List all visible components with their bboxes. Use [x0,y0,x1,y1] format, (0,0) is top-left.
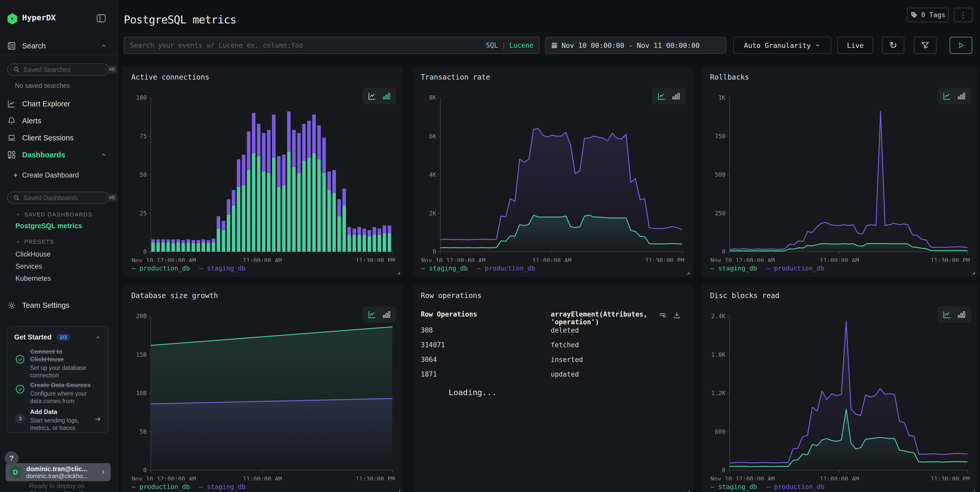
svg-text:Nov 10 12:00:00 AM: Nov 10 12:00:00 AM [421,257,485,262]
dashboard-menu-button[interactable]: ⋮ [954,8,972,22]
lucene-toggle[interactable]: Lucene [509,42,533,49]
download-icon[interactable] [673,311,681,319]
chevron-down-icon [16,212,21,217]
query-language-switch: SQL | Lucene [486,42,533,49]
saved-dashboards-section-header[interactable]: SAVED DASHBOARDS [16,211,92,218]
chart-canvas[interactable]: 02K4K6K8KNov 10 12:00:00 AM11:00:00 AM11… [420,92,685,262]
tag-icon [910,11,918,19]
user-email: dominic.tran@clickho... [26,473,100,480]
column-separator-icon[interactable]: ⋮ [544,311,550,319]
sidebar-item-label: Dashboards [22,151,65,159]
sidebar-item-dashboards[interactable]: Dashboards [0,147,117,163]
sidebar-preset-kubernetes[interactable]: Kubernetes [16,275,51,283]
help-button[interactable]: ? [5,451,19,465]
chart-canvas[interactable]: 0255075100Nov 10 12:00:00 AM11:00:00 AM1… [131,92,395,262]
presets-section-header[interactable]: PRESETS [16,238,54,245]
legend-item[interactable]: — production_db [477,265,535,272]
date-range-picker[interactable]: Nov 10 00:00:00 - Nov 11 00:00:00 [545,37,726,54]
panel-active-connections: Active connections — production_db— stag… [123,66,403,277]
line-chart-toggle-icon[interactable] [657,92,666,101]
svg-text:0: 0 [722,467,725,473]
sidebar-preset-services[interactable]: Services [16,262,42,270]
legend-item[interactable]: — staging_db [711,483,757,490]
bell-icon [7,117,16,125]
saved-dashboards-search[interactable]: ⌘K [7,192,110,204]
svg-text:2.4K: 2.4K [711,313,726,319]
run-query-button[interactable] [950,37,972,54]
chart-canvas[interactable]: 05B10B15B20BNov 10 12:00:00 AM11:00:00 A… [131,310,395,481]
saved-searches-search[interactable]: ⌘K [7,63,110,76]
bar-chart-toggle-icon[interactable] [382,310,391,319]
saved-searches-input[interactable] [24,66,106,73]
sidebar-item-client-sessions[interactable]: Client Sessions [0,130,117,145]
panel-resize-handle[interactable] [395,488,401,492]
legend-item[interactable]: — production_db [767,265,824,272]
line-chart-toggle-icon[interactable] [368,92,377,101]
legend-item[interactable]: — staging_db [199,265,246,272]
table-row[interactable]: 308deleted [421,323,684,337]
panel-resize-handle[interactable] [970,269,975,275]
legend-item[interactable]: — staging_db [421,265,468,272]
chart-type-toggle [362,88,396,104]
legend-item[interactable]: — production_db [132,483,190,490]
bar-chart-toggle-icon[interactable] [672,92,681,101]
bar-chart-toggle-icon[interactable] [382,92,391,101]
legend-item[interactable]: — staging_db [711,265,757,272]
sidebar-collapse-icon[interactable] [96,13,107,24]
get-started-header[interactable]: Get Started 2/3 [14,333,70,341]
line-chart-toggle-icon[interactable] [368,310,377,319]
table-row[interactable]: 3064inserted [421,352,684,367]
event-search-input[interactable] [130,42,486,49]
line-chart-icon [7,99,16,108]
create-dashboard-button[interactable]: + Create Dashboard [0,168,117,182]
user-account-chip[interactable]: D dominic.tran@clic... dominic.tran@clic… [6,463,111,481]
table-row[interactable]: 1871updated [421,367,684,382]
legend-item[interactable]: — production_db [767,483,824,490]
legend-item[interactable]: — production_db [132,265,190,272]
sidebar-item-search[interactable]: Search [0,38,117,54]
bar-chart-toggle-icon[interactable] [957,92,966,101]
sql-toggle[interactable]: SQL [486,42,498,49]
svg-text:20B: 20B [136,313,147,319]
legend-item[interactable]: — staging_db [199,483,246,490]
table-header: Row Operations ⋮ arrayElement(Attributes… [421,310,684,323]
table-cell: 314071 [421,341,445,349]
saved-dashboards-input[interactable] [24,194,106,202]
svg-text:0: 0 [433,248,436,255]
sidebar-item-alerts[interactable]: Alerts [0,113,117,129]
svg-text:5B: 5B [140,428,147,435]
bar-chart-toggle-icon[interactable] [957,310,966,319]
granularity-select[interactable]: Auto Granularity [733,37,831,54]
chart-canvas[interactable]: 06001.2K1.8K2.4KNov 10 12:00:00 AM11:00:… [710,310,970,481]
svg-text:75: 75 [140,133,147,140]
live-label: Live [847,42,864,50]
panel-resize-handle[interactable] [684,488,690,492]
get-started-item-desc: Set up your database connection [30,364,94,379]
panel-resize-handle[interactable] [395,269,401,275]
chevron-down-icon [815,42,821,48]
shortcut-badge: ⌘K [106,194,118,202]
table-col-header[interactable]: Row Operations [421,310,477,318]
svg-text:50: 50 [140,171,147,178]
get-started-item-desc: Start sending logs, metrics, or traces [30,417,94,432]
sidebar-preset-clickhouse[interactable]: ClickHouse [16,250,51,258]
svg-text:1.8K: 1.8K [711,351,726,358]
line-chart-toggle-icon[interactable] [943,310,951,319]
sidebar-dashboard-postgresql-metrics[interactable]: PostgreSQL metrics [16,222,82,230]
svg-text:11:30:00 PM: 11:30:00 PM [356,476,395,481]
panel-resize-handle[interactable] [970,488,975,492]
tags-button[interactable]: 0 Tags [907,8,949,22]
refresh-button[interactable]: ↻ [882,37,904,54]
hyperdx-logo-icon [7,13,18,24]
sidebar-item-team-settings[interactable]: Team Settings [0,297,117,313]
wrap-text-icon[interactable] [659,311,666,319]
svg-text:0: 0 [143,248,147,255]
table-row[interactable]: 314071fetched [421,337,684,352]
panel-resize-handle[interactable] [684,269,690,275]
chart-canvas[interactable]: 02505007501KNov 10 12:00:00 AM11:00:00 A… [710,92,970,262]
line-chart-toggle-icon[interactable] [943,92,951,101]
live-button[interactable]: Live [837,37,873,54]
filter-button[interactable] [914,37,937,54]
user-name: dominic.tran@clic... [26,465,100,473]
sidebar-item-chart-explorer[interactable]: Chart Explorer [0,96,117,112]
